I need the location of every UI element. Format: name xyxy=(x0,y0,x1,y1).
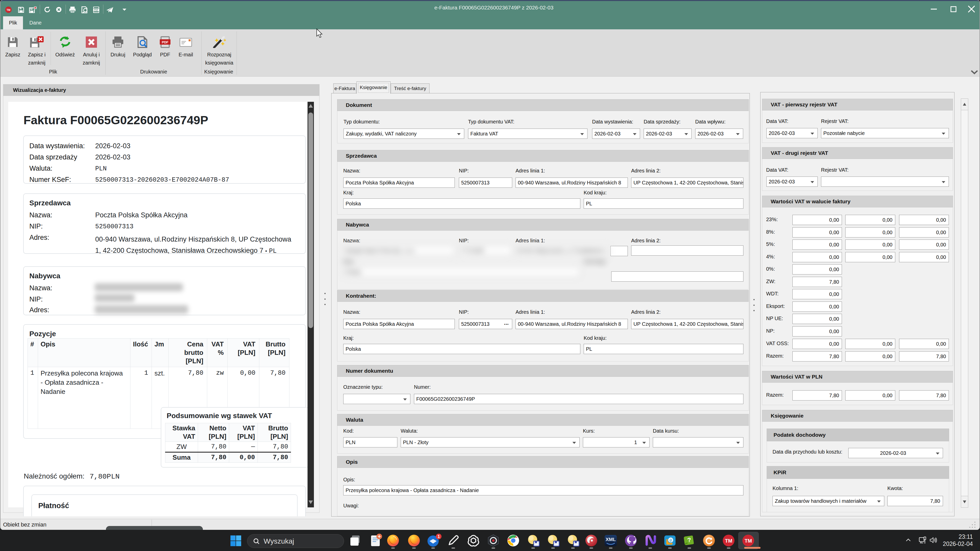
svg-text:TM: TM xyxy=(745,538,752,544)
svg-text:@: @ xyxy=(670,538,672,543)
svg-text:TM: TM xyxy=(725,538,732,544)
svg-text:1: 1 xyxy=(438,534,440,539)
svg-text:PDF: PDF xyxy=(162,40,169,44)
svg-text:XML: XML xyxy=(606,537,616,542)
svg-text:PDF: PDF xyxy=(94,9,99,11)
svg-text:TM: TM xyxy=(6,8,10,11)
